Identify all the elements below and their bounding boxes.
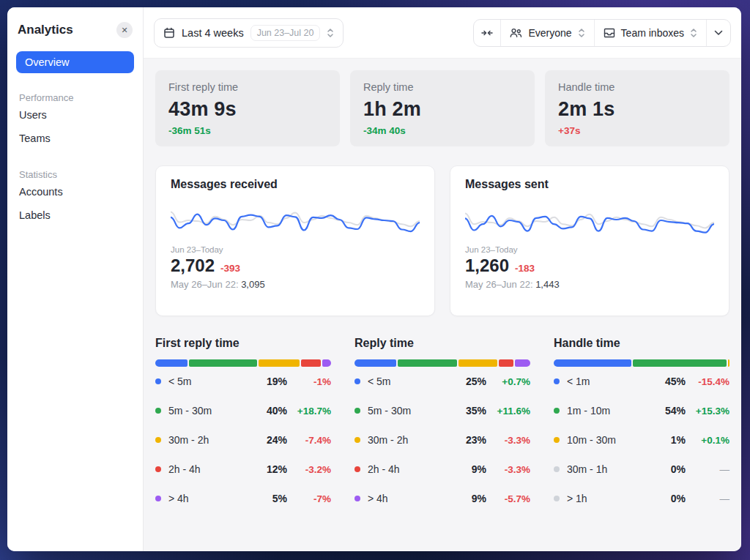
stat-delta: +37s [558, 125, 716, 136]
calendar-icon [163, 27, 175, 39]
sidebar: Analytics ✕ Overview Performance Users T… [7, 7, 144, 551]
category-dot [554, 408, 560, 414]
category-dot [155, 496, 161, 501]
audience-filter-label: Everyone [528, 27, 571, 39]
stat-delta: -36m 51s [168, 125, 327, 136]
category-percent: 45% [653, 376, 686, 387]
distribution-row: 30m - 1h 0% — [554, 455, 729, 484]
category-label: < 5m [368, 376, 391, 387]
distribution-title: First reply time [155, 337, 331, 350]
distribution-row: 2h - 4h 12% -3.2% [155, 455, 331, 484]
category-label: 2h - 4h [168, 463, 201, 475]
category-percent: 54% [653, 405, 686, 417]
sidebar-item-accounts[interactable]: Accounts [7, 180, 143, 204]
stat-value: 2m 1s [558, 98, 716, 121]
sidebar-title: Analytics [18, 23, 73, 37]
category-label: 30m - 2h [368, 434, 408, 446]
category-percent: 5% [255, 493, 287, 504]
category-percent: 9% [454, 493, 486, 504]
messages-received-line-chart [171, 198, 420, 241]
chevron-updown-icon [690, 28, 697, 38]
people-icon [510, 28, 522, 38]
distribution-row: < 5m 19% -1% [155, 367, 331, 396]
chart-period: Jun 23–Today [171, 245, 420, 254]
category-delta: -7% [287, 493, 331, 504]
sidebar-item-labels[interactable]: Labels [7, 204, 143, 227]
sidebar-section-performance: Performance [7, 92, 143, 103]
distribution-row: > 1h 0% — [554, 484, 729, 513]
category-label: < 5m [168, 376, 192, 387]
distribution-stacked-bar [554, 359, 729, 367]
category-label: 1m - 10m [567, 405, 610, 417]
chart-compare: May 26–Jun 22: 1,443 [465, 279, 714, 290]
sidebar-item-users[interactable]: Users [7, 103, 143, 127]
stat-title: Handle time [558, 81, 716, 93]
stat-title: First reply time [168, 81, 327, 93]
main-panel: Last 4 weeks Jun 23–Jul 20 Everyone [144, 7, 741, 551]
chart-value: 1,260 [465, 255, 509, 276]
sidebar-item-teams[interactable]: Teams [7, 127, 143, 150]
inbox-filter-label: Team inboxes [621, 27, 684, 39]
category-dot [354, 378, 360, 384]
category-delta: -5.7% [486, 493, 530, 504]
messages-sent-line-chart [465, 198, 714, 241]
chevron-updown-icon [327, 28, 334, 38]
category-delta: — [686, 464, 729, 475]
filter-group: Everyone Team inboxes [473, 19, 731, 47]
close-icon[interactable]: ✕ [116, 22, 133, 38]
chart-card-messages-sent: Messages sent Jun 23–Today 1,260 -183 Ma… [450, 165, 729, 316]
stat-cards: First reply time 43m 9s -36m 51s Reply t… [155, 70, 729, 146]
category-delta: +11.6% [486, 406, 530, 417]
category-dot [554, 496, 560, 501]
category-dot [354, 437, 360, 443]
category-dot [155, 466, 161, 472]
category-label: 30m - 2h [168, 434, 209, 446]
chevron-down-icon[interactable] [706, 20, 730, 46]
distribution-title: Handle time [554, 337, 729, 350]
category-percent: 1% [653, 434, 686, 446]
category-dot [354, 496, 360, 501]
chart-title: Messages sent [465, 178, 714, 191]
category-delta: -1% [287, 376, 331, 387]
date-range-selector[interactable]: Last 4 weeks Jun 23–Jul 20 [154, 18, 344, 48]
audience-filter[interactable]: Everyone [500, 20, 593, 46]
sidebar-item-overview[interactable]: Overview [16, 51, 134, 73]
distribution-row: 5m - 30m 35% +11.6% [354, 396, 530, 425]
category-dot [354, 408, 360, 414]
category-dot [554, 466, 560, 472]
stat-delta: -34m 40s [363, 125, 521, 136]
chart-compare: May 26–Jun 22: 3,095 [171, 279, 420, 290]
stat-value: 43m 9s [168, 98, 327, 121]
distribution-reply-time: Reply time < 5m 25% +0.7% 5m - 30m 35% +… [354, 337, 530, 513]
distribution-row: < 5m 25% +0.7% [354, 367, 530, 396]
category-dot [554, 378, 560, 384]
chart-cards: Messages received Jun 23–Today 2,702 -39… [155, 165, 729, 316]
collapse-horizontal-icon[interactable] [474, 20, 500, 46]
category-label: 30m - 1h [567, 463, 607, 475]
distribution-row: < 1m 45% -15.4% [554, 367, 729, 396]
category-delta: +18.7% [287, 406, 331, 417]
category-percent: 0% [653, 463, 686, 475]
distribution-row: 10m - 30m 1% +0.1% [554, 425, 729, 455]
category-percent: 0% [653, 493, 686, 504]
date-range-label: Last 4 weeks [182, 27, 244, 39]
stat-card-handle-time: Handle time 2m 1s +37s [545, 70, 729, 146]
inbox-filter[interactable]: Team inboxes [594, 20, 706, 46]
category-delta: — [686, 493, 729, 504]
category-label: 5m - 30m [168, 405, 212, 417]
category-dot [155, 437, 161, 443]
category-label: > 1h [567, 493, 587, 504]
category-percent: 9% [454, 463, 486, 475]
category-label: < 1m [567, 376, 590, 387]
category-label: 10m - 30m [567, 434, 616, 446]
chart-delta: -183 [515, 263, 535, 274]
sidebar-section-statistics: Statistics [7, 169, 143, 180]
category-delta: -7.4% [287, 435, 331, 446]
distribution-row: 30m - 2h 23% -3.3% [354, 425, 530, 455]
stat-card-first-reply-time: First reply time 43m 9s -36m 51s [155, 70, 340, 146]
chart-title: Messages received [171, 178, 420, 191]
category-delta: +15.3% [686, 406, 729, 417]
chart-period: Jun 23–Today [465, 245, 714, 254]
distribution-handle-time: Handle time < 1m 45% -15.4% 1m - 10m 54%… [554, 337, 729, 513]
distribution-row: > 4h 5% -7% [155, 484, 331, 513]
